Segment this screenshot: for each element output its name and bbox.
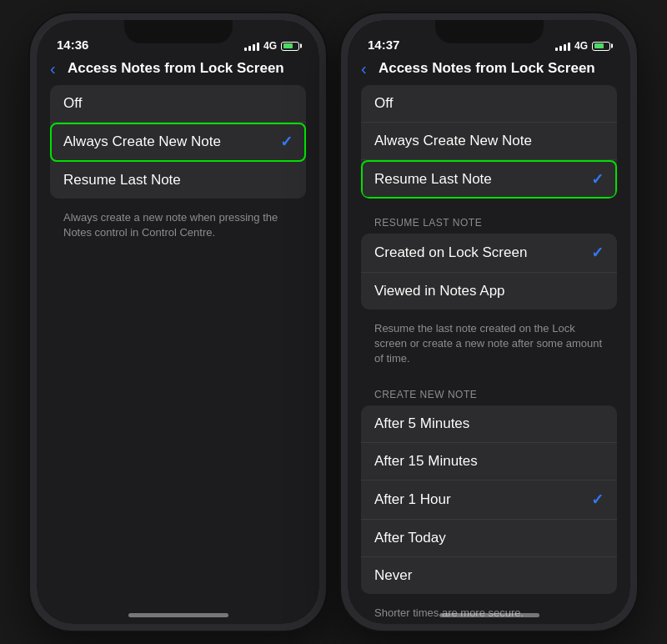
phone-2: 14:37 4G ‹ Access Notes from Lock Screen (341, 13, 637, 631)
list-item-never[interactable]: Never (361, 557, 617, 594)
item-label: Resume Last Note (63, 172, 181, 189)
list-item-viewed[interactable]: Viewed in Notes App (361, 273, 617, 309)
item-label: After 1 Hour (374, 491, 451, 508)
helper-text-resume: Resume the last note created on the Lock… (361, 316, 617, 377)
checkmark-resume-2: ✓ (591, 170, 604, 189)
time-2: 14:37 (368, 38, 399, 52)
network-type-1: 4G (263, 40, 277, 52)
section-label-create: CREATE NEW NOTE (361, 377, 617, 405)
list-item-always-2[interactable]: Always Create New Note (361, 123, 617, 160)
item-label: After 15 Minutes (374, 453, 478, 470)
back-button-2[interactable]: ‹ (361, 60, 367, 77)
item-label: Viewed in Notes App (374, 283, 505, 299)
content-1: Off Always Create New Note ✓ Resume Last… (37, 85, 319, 250)
item-label: Off (63, 95, 82, 112)
content-2: Off Always Create New Note Resume Last N… (348, 85, 630, 631)
back-button-1[interactable]: ‹ (50, 60, 56, 77)
home-indicator-2 (439, 613, 539, 617)
nav-title-2: Access Notes from Lock Screen (374, 60, 600, 77)
checkmark-lock: ✓ (591, 244, 604, 262)
item-label: After Today (374, 530, 446, 546)
item-label: Always Create New Note (374, 133, 532, 149)
phones-container: 14:36 4G ‹ Access Notes from Lock Screen (30, 13, 637, 631)
list-item-off-1[interactable]: Off (50, 85, 306, 123)
item-label: Always Create New Note (63, 133, 221, 150)
battery-icon-1 (281, 42, 299, 51)
item-label: After 5 Minutes (374, 415, 469, 432)
time-1: 14:36 (57, 38, 88, 52)
nav-title-1: Access Notes from Lock Screen (63, 60, 289, 77)
signal-icon-2 (555, 41, 570, 51)
list-item-1hour[interactable]: After 1 Hour ✓ (361, 480, 617, 520)
battery-icon-2 (592, 42, 610, 51)
item-label: Never (374, 567, 412, 584)
nav-bar-2: ‹ Access Notes from Lock Screen (348, 57, 630, 85)
notch-2 (435, 20, 544, 43)
list-item-lock-screen[interactable]: Created on Lock Screen ✓ (361, 234, 617, 273)
list-item-15min[interactable]: After 15 Minutes (361, 443, 617, 480)
item-label: Off (374, 95, 393, 112)
list-item-always-1[interactable]: Always Create New Note ✓ (50, 123, 306, 162)
status-icons-2: 4G (555, 40, 610, 52)
item-label: Created on Lock Screen (374, 244, 527, 261)
item-label: Resume Last Note (374, 171, 492, 188)
create-list-2: After 5 Minutes After 15 Minutes After 1… (361, 405, 617, 594)
helper-text-1: Always create a new note when pressing t… (50, 205, 306, 250)
list-item-resume-2[interactable]: Resume Last Note ✓ (361, 160, 617, 199)
list-item-5min[interactable]: After 5 Minutes (361, 405, 617, 443)
phone-1: 14:36 4G ‹ Access Notes from Lock Screen (30, 13, 326, 631)
list-item-off-2[interactable]: Off (361, 85, 617, 123)
resume-list-2: Created on Lock Screen ✓ Viewed in Notes… (361, 234, 617, 309)
nav-bar-1: ‹ Access Notes from Lock Screen (37, 57, 319, 85)
main-list-1: Off Always Create New Note ✓ Resume Last… (50, 85, 306, 199)
main-list-2: Off Always Create New Note Resume Last N… (361, 85, 617, 199)
signal-icon-1 (244, 41, 259, 51)
section-label-resume: RESUME LAST NOTE (361, 205, 617, 234)
notch-1 (124, 20, 233, 43)
status-icons-1: 4G (244, 40, 299, 52)
network-type-2: 4G (574, 40, 588, 52)
checkmark-1hour: ✓ (591, 491, 604, 509)
list-item-resume-1[interactable]: Resume Last Note (50, 162, 306, 199)
list-item-today[interactable]: After Today (361, 520, 617, 557)
home-indicator-1 (128, 613, 228, 617)
checkmark-always-1: ✓ (280, 133, 293, 151)
